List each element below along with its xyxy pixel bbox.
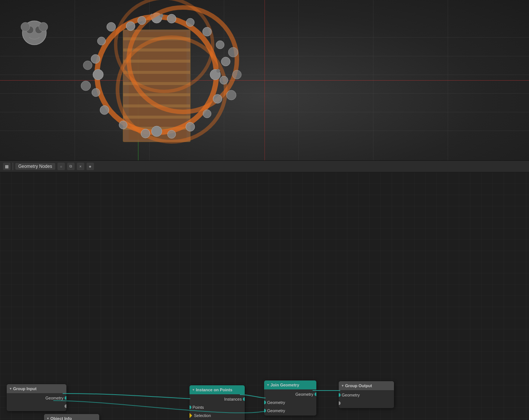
copy-node-tree-btn[interactable]: ⧉ <box>67 163 75 170</box>
svg-point-44 <box>83 61 92 70</box>
jg-geometry-in2-socket[interactable] <box>264 409 266 413</box>
svg-point-39 <box>97 37 106 45</box>
group-input-node: ▾ Group Input Geometry <box>7 384 66 411</box>
svg-point-28 <box>221 57 230 66</box>
iop-header[interactable]: ▾ Instance on Points <box>190 385 245 394</box>
jg-geometry-out-row: Geometry <box>264 390 316 398</box>
iop-selection-row: Selection <box>190 411 245 420</box>
svg-point-36 <box>100 106 109 115</box>
toolbar-strip: ▦ Geometry Nodes ○ ⧉ × ★ <box>0 160 529 172</box>
group-input-extra-row <box>7 402 66 410</box>
iop-points-socket[interactable] <box>190 405 191 409</box>
close-node-tree-btn[interactable]: × <box>77 163 84 170</box>
join-geometry-node: ▾ Join Geometry Geometry Geometry Geomet… <box>264 380 316 416</box>
iop-title: Instance on Points <box>196 388 232 392</box>
svg-point-35 <box>119 121 127 129</box>
go-extra-socket[interactable] <box>339 401 341 405</box>
svg-point-24 <box>167 14 176 23</box>
iop-points-row: Points <box>190 403 245 411</box>
svg-point-41 <box>228 47 238 57</box>
jg-header[interactable]: ▾ Join Geometry <box>264 380 316 389</box>
svg-point-50 <box>39 22 48 31</box>
svg-point-30 <box>213 94 222 103</box>
svg-point-43 <box>226 90 236 100</box>
new-node-tree-btn[interactable]: ○ <box>57 163 65 170</box>
svg-point-23 <box>138 16 146 25</box>
svg-point-27 <box>216 41 224 49</box>
svg-point-18 <box>93 69 103 80</box>
instance-on-points-node: ▾ Instance on Points Instances Points Se… <box>190 385 245 420</box>
svg-point-38 <box>91 54 100 63</box>
viewport-3d[interactable] <box>0 0 529 160</box>
jg-geometry-in2-row: Geometry <box>264 407 316 415</box>
group-output-node: ▾ Group Output Geometry <box>339 381 394 408</box>
jg-geometry-in1-row: Geometry <box>264 398 316 407</box>
svg-point-26 <box>203 27 212 36</box>
group-output-header[interactable]: ▾ Group Output <box>339 381 394 390</box>
svg-rect-9 <box>123 116 190 119</box>
object-info-title: Object Info <box>50 416 72 420</box>
node-editor[interactable]: ▾ Group Input Geometry ▾ Object Info Loc… <box>0 172 529 420</box>
svg-point-37 <box>92 88 100 97</box>
group-output-title: Group Output <box>345 383 372 388</box>
svg-rect-4 <box>123 60 190 63</box>
go-geometry-socket[interactable] <box>339 393 341 397</box>
go-geometry-row: Geometry <box>339 391 394 399</box>
jg-geometry-in1-socket[interactable] <box>264 401 266 404</box>
jg-geometry-out-socket[interactable] <box>314 392 316 396</box>
geometry-nodes-label[interactable]: Geometry Nodes <box>15 163 55 170</box>
svg-point-45 <box>81 81 91 91</box>
editor-type-icon[interactable]: ▦ <box>3 163 10 170</box>
svg-point-32 <box>186 122 195 131</box>
group-input-geometry-row: Geometry <box>7 394 66 402</box>
svg-point-49 <box>21 22 30 31</box>
svg-point-22 <box>126 22 135 31</box>
iop-instances-out-socket[interactable] <box>243 397 245 401</box>
svg-point-33 <box>168 130 176 138</box>
svg-rect-7 <box>123 93 190 96</box>
go-extra-row <box>339 399 394 407</box>
svg-point-40 <box>107 22 116 31</box>
jg-title: Join Geometry <box>270 383 299 387</box>
svg-point-42 <box>232 70 241 79</box>
group-input-extra-socket[interactable] <box>65 404 66 408</box>
pin-node-tree-btn[interactable]: ★ <box>87 163 94 170</box>
object-info-node: ▾ Object Info Location Rotation Scale Ge… <box>44 414 99 420</box>
iop-selection-socket[interactable] <box>190 413 192 418</box>
svg-rect-5 <box>123 71 190 74</box>
group-input-geometry-socket[interactable] <box>65 396 66 400</box>
svg-point-16 <box>216 69 220 73</box>
svg-point-29 <box>220 76 228 84</box>
group-input-title: Group Input <box>13 386 37 391</box>
group-input-header[interactable]: ▾ Group Input <box>7 384 66 393</box>
object-info-header[interactable]: ▾ Object Info <box>44 414 99 420</box>
svg-point-34 <box>141 129 150 138</box>
svg-point-31 <box>203 110 211 118</box>
svg-point-17 <box>151 126 162 137</box>
svg-point-25 <box>186 18 194 26</box>
iop-instances-out-row: Instances <box>190 395 245 403</box>
